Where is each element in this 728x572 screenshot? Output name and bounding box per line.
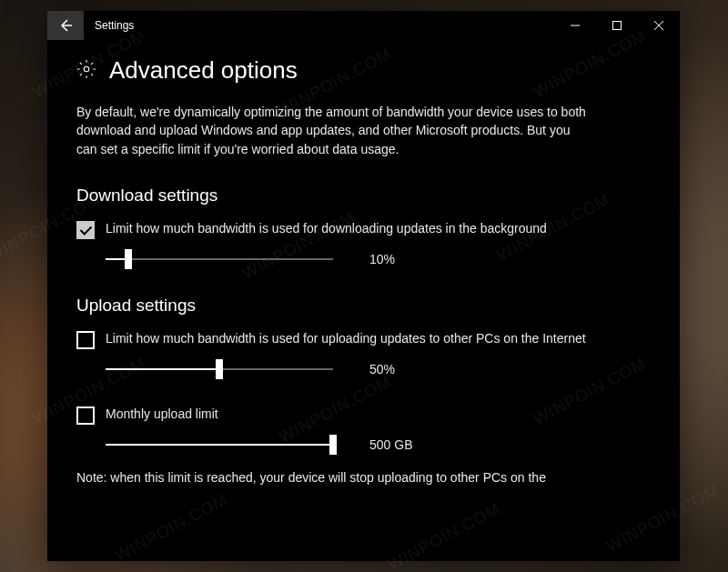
monthly-limit-slider-row: 500 GB [106,434,651,456]
minimize-icon [571,21,580,30]
slider-thumb[interactable] [329,435,337,455]
maximize-button[interactable] [596,11,638,40]
settings-window: Settings Advanced options By defau [47,11,680,561]
monthly-limit-label: Monthly upload limit [106,406,218,424]
maximize-icon [612,21,622,30]
upload-limit-slider[interactable] [106,358,333,380]
svg-point-1 [84,66,89,72]
content-area: Advanced options By default, we're dynam… [47,40,680,561]
download-limit-checkbox[interactable] [76,221,95,239]
download-limit-option: Limit how much bandwidth is used for dow… [76,220,651,239]
back-button[interactable] [47,11,84,40]
download-limit-slider-row: 10% [106,248,651,270]
download-limit-label: Limit how much bandwidth is used for dow… [106,220,547,238]
upload-settings-heading: Upload settings [76,296,651,316]
monthly-limit-slider[interactable] [106,434,333,456]
minimize-button[interactable] [554,11,596,40]
titlebar-spacer [145,11,554,40]
window-title: Settings [84,11,145,40]
download-settings-heading: Download settings [76,186,651,206]
slider-thumb[interactable] [125,249,132,269]
upload-limit-option: Limit how much bandwidth is used for upl… [76,330,651,349]
upload-limit-label: Limit how much bandwidth is used for upl… [106,330,586,348]
monthly-limit-option: Monthly upload limit [76,406,651,425]
monthly-limit-value: 500 GB [369,437,424,452]
upload-limit-checkbox[interactable] [76,331,95,349]
slider-fill [106,368,219,370]
download-limit-slider[interactable] [106,248,333,270]
slider-thumb[interactable] [216,359,223,379]
svg-rect-0 [613,22,622,30]
upload-limit-value: 50% [369,362,424,376]
back-arrow-icon [58,18,73,33]
upload-note: Note: when this limit is reached, your d… [76,470,651,485]
page-description: By default, we're dynamically optimizing… [76,103,586,158]
close-icon [654,21,663,30]
page-title: Advanced options [109,56,298,85]
download-limit-value: 10% [369,252,424,266]
close-button[interactable] [638,11,680,40]
monthly-limit-checkbox[interactable] [76,406,95,425]
titlebar: Settings [47,11,680,40]
gear-icon [76,59,96,83]
slider-track [106,258,333,260]
upload-limit-slider-row: 50% [106,358,651,380]
window-controls [554,11,680,40]
slider-fill [106,444,333,446]
page-header: Advanced options [76,56,651,85]
